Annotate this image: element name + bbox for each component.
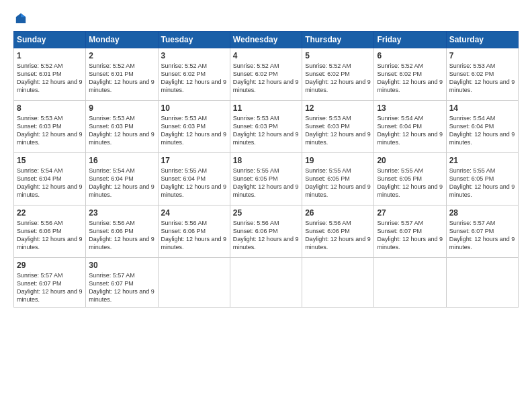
- day-info: Sunrise: 5:53 AMSunset: 6:03 PMDaylight:…: [305, 114, 371, 147]
- day-number: 21: [449, 156, 515, 165]
- day-info: Sunrise: 5:53 AMSunset: 6:03 PMDaylight:…: [17, 114, 83, 147]
- day-info: Sunrise: 5:54 AMSunset: 6:04 PMDaylight:…: [449, 114, 515, 147]
- day-info: Sunrise: 5:54 AMSunset: 6:04 PMDaylight:…: [377, 114, 443, 147]
- day-info: Sunrise: 5:55 AMSunset: 6:05 PMDaylight:…: [233, 167, 299, 199]
- col-thursday: Thursday: [302, 32, 374, 48]
- day-info: Sunrise: 5:55 AMSunset: 6:05 PMDaylight:…: [449, 167, 515, 199]
- table-row: 2Sunrise: 5:52 AMSunset: 6:01 PMDaylight…: [86, 48, 158, 101]
- day-info: Sunrise: 5:52 AMSunset: 6:02 PMDaylight:…: [161, 62, 227, 95]
- day-number: 5: [305, 51, 371, 60]
- table-row: 12Sunrise: 5:53 AMSunset: 6:03 PMDayligh…: [302, 101, 374, 153]
- day-info: Sunrise: 5:52 AMSunset: 6:01 PMDaylight:…: [89, 62, 154, 95]
- day-number: 18: [233, 156, 299, 165]
- table-row: 14Sunrise: 5:54 AMSunset: 6:04 PMDayligh…: [446, 101, 518, 153]
- table-row: 3Sunrise: 5:52 AMSunset: 6:02 PMDaylight…: [158, 48, 230, 101]
- day-number: 6: [377, 51, 443, 60]
- day-info: Sunrise: 5:55 AMSunset: 6:05 PMDaylight:…: [305, 167, 371, 199]
- calendar-table: Sunday Monday Tuesday Wednesday Thursday…: [13, 31, 519, 308]
- day-number: 13: [377, 103, 443, 113]
- day-number: 4: [233, 51, 299, 60]
- day-number: 2: [89, 51, 154, 60]
- day-number: 15: [17, 156, 83, 165]
- col-monday: Monday: [86, 32, 158, 48]
- calendar-header-row: Sunday Monday Tuesday Wednesday Thursday…: [14, 32, 519, 48]
- day-number: 11: [233, 103, 299, 113]
- table-row: 15Sunrise: 5:54 AMSunset: 6:04 PMDayligh…: [14, 153, 86, 205]
- day-number: 10: [161, 103, 227, 113]
- day-number: 22: [17, 208, 83, 218]
- table-row: [158, 258, 230, 308]
- table-row: [446, 258, 518, 308]
- day-info: Sunrise: 5:53 AMSunset: 6:03 PMDaylight:…: [161, 114, 227, 147]
- day-info: Sunrise: 5:56 AMSunset: 6:06 PMDaylight:…: [17, 219, 83, 252]
- day-info: Sunrise: 5:52 AMSunset: 6:02 PMDaylight:…: [305, 62, 371, 95]
- day-number: 27: [377, 208, 443, 218]
- table-row: 6Sunrise: 5:52 AMSunset: 6:02 PMDaylight…: [374, 48, 446, 101]
- table-row: 23Sunrise: 5:56 AMSunset: 6:06 PMDayligh…: [86, 205, 158, 258]
- table-row: 11Sunrise: 5:53 AMSunset: 6:03 PMDayligh…: [230, 101, 302, 153]
- table-row: 5Sunrise: 5:52 AMSunset: 6:02 PMDaylight…: [302, 48, 374, 101]
- day-info: Sunrise: 5:54 AMSunset: 6:04 PMDaylight:…: [89, 167, 154, 199]
- day-number: 3: [161, 51, 227, 60]
- calendar-week-row: 29Sunrise: 5:57 AMSunset: 6:07 PMDayligh…: [14, 258, 519, 308]
- day-info: Sunrise: 5:53 AMSunset: 6:03 PMDaylight:…: [89, 114, 154, 147]
- day-number: 20: [377, 156, 443, 165]
- day-number: 8: [17, 103, 83, 113]
- table-row: [374, 258, 446, 308]
- col-tuesday: Tuesday: [158, 32, 230, 48]
- svg-marker-1: [21, 13, 26, 17]
- table-row: 21Sunrise: 5:55 AMSunset: 6:05 PMDayligh…: [446, 153, 518, 205]
- page: Sunday Monday Tuesday Wednesday Thursday…: [0, 0, 532, 411]
- table-row: 30Sunrise: 5:57 AMSunset: 6:07 PMDayligh…: [86, 258, 158, 308]
- day-info: Sunrise: 5:53 AMSunset: 6:02 PMDaylight:…: [449, 62, 515, 95]
- table-row: 7Sunrise: 5:53 AMSunset: 6:02 PMDaylight…: [446, 48, 518, 101]
- table-row: 28Sunrise: 5:57 AMSunset: 6:07 PMDayligh…: [446, 205, 518, 258]
- day-info: Sunrise: 5:57 AMSunset: 6:07 PMDaylight:…: [377, 219, 443, 252]
- table-row: 19Sunrise: 5:55 AMSunset: 6:05 PMDayligh…: [302, 153, 374, 205]
- table-row: 22Sunrise: 5:56 AMSunset: 6:06 PMDayligh…: [14, 205, 86, 258]
- day-number: 14: [449, 103, 515, 113]
- table-row: 10Sunrise: 5:53 AMSunset: 6:03 PMDayligh…: [158, 101, 230, 153]
- day-info: Sunrise: 5:56 AMSunset: 6:06 PMDaylight:…: [233, 219, 299, 252]
- table-row: [302, 258, 374, 308]
- table-row: 13Sunrise: 5:54 AMSunset: 6:04 PMDayligh…: [374, 101, 446, 153]
- day-number: 26: [305, 208, 371, 218]
- day-info: Sunrise: 5:54 AMSunset: 6:04 PMDaylight:…: [17, 167, 83, 199]
- day-info: Sunrise: 5:55 AMSunset: 6:04 PMDaylight:…: [161, 167, 227, 199]
- calendar-week-row: 15Sunrise: 5:54 AMSunset: 6:04 PMDayligh…: [14, 153, 519, 205]
- col-friday: Friday: [374, 32, 446, 48]
- logo-icon: [15, 12, 27, 24]
- col-saturday: Saturday: [446, 32, 518, 48]
- table-row: 17Sunrise: 5:55 AMSunset: 6:04 PMDayligh…: [158, 153, 230, 205]
- day-info: Sunrise: 5:57 AMSunset: 6:07 PMDaylight:…: [89, 271, 154, 304]
- day-number: 30: [89, 261, 154, 270]
- table-row: 18Sunrise: 5:55 AMSunset: 6:05 PMDayligh…: [230, 153, 302, 205]
- table-row: 26Sunrise: 5:56 AMSunset: 6:06 PMDayligh…: [302, 205, 374, 258]
- day-info: Sunrise: 5:57 AMSunset: 6:07 PMDaylight:…: [17, 271, 83, 304]
- logo: [13, 12, 27, 24]
- day-number: 29: [17, 261, 83, 270]
- col-wednesday: Wednesday: [230, 32, 302, 48]
- day-info: Sunrise: 5:57 AMSunset: 6:07 PMDaylight:…: [449, 219, 515, 252]
- table-row: 25Sunrise: 5:56 AMSunset: 6:06 PMDayligh…: [230, 205, 302, 258]
- table-row: 8Sunrise: 5:53 AMSunset: 6:03 PMDaylight…: [14, 101, 86, 153]
- table-row: 24Sunrise: 5:56 AMSunset: 6:06 PMDayligh…: [158, 205, 230, 258]
- day-info: Sunrise: 5:52 AMSunset: 6:02 PMDaylight:…: [233, 62, 299, 95]
- table-row: [230, 258, 302, 308]
- day-number: 17: [161, 156, 227, 165]
- table-row: 9Sunrise: 5:53 AMSunset: 6:03 PMDaylight…: [86, 101, 158, 153]
- col-sunday: Sunday: [14, 32, 86, 48]
- day-info: Sunrise: 5:52 AMSunset: 6:01 PMDaylight:…: [17, 62, 83, 95]
- calendar-week-row: 8Sunrise: 5:53 AMSunset: 6:03 PMDaylight…: [14, 101, 519, 153]
- day-number: 1: [17, 51, 83, 60]
- day-number: 16: [89, 156, 154, 165]
- table-row: 29Sunrise: 5:57 AMSunset: 6:07 PMDayligh…: [14, 258, 86, 308]
- day-number: 24: [161, 208, 227, 218]
- calendar-week-row: 1Sunrise: 5:52 AMSunset: 6:01 PMDaylight…: [14, 48, 519, 101]
- day-number: 23: [89, 208, 154, 218]
- table-row: 1Sunrise: 5:52 AMSunset: 6:01 PMDaylight…: [14, 48, 86, 101]
- day-number: 28: [449, 208, 515, 218]
- day-info: Sunrise: 5:56 AMSunset: 6:06 PMDaylight:…: [89, 219, 154, 252]
- day-info: Sunrise: 5:56 AMSunset: 6:06 PMDaylight:…: [305, 219, 371, 252]
- calendar-week-row: 22Sunrise: 5:56 AMSunset: 6:06 PMDayligh…: [14, 205, 519, 258]
